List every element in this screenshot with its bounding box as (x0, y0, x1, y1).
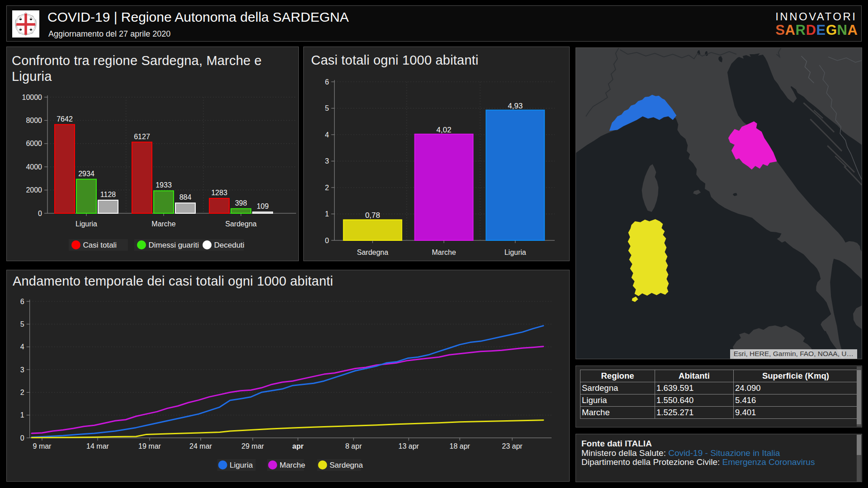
svg-text:1: 1 (20, 411, 24, 419)
svg-text:1933: 1933 (156, 181, 172, 189)
svg-text:398: 398 (235, 199, 247, 207)
svg-text:Liguria: Liguria (505, 249, 526, 256)
svg-text:1: 1 (325, 210, 329, 218)
svg-text:5: 5 (325, 104, 329, 112)
svg-text:19 mar: 19 mar (138, 442, 161, 450)
svg-text:0,78: 0,78 (365, 211, 380, 220)
svg-text:1283: 1283 (211, 189, 227, 197)
svg-text:3: 3 (325, 157, 329, 165)
svg-text:Sardegna: Sardegna (357, 249, 388, 256)
svg-text:4: 4 (20, 343, 24, 351)
svg-text:Dimessi guariti: Dimessi guariti (149, 241, 199, 249)
svg-text:Liguria: Liguria (230, 461, 253, 469)
svg-text:apr: apr (292, 442, 304, 450)
svg-text:Marche: Marche (151, 220, 175, 228)
svg-text:7642: 7642 (57, 115, 73, 123)
svg-text:6: 6 (325, 78, 329, 86)
svg-text:18 apr: 18 apr (449, 442, 470, 450)
svg-text:5: 5 (20, 320, 24, 328)
svg-text:8 apr: 8 apr (345, 442, 362, 450)
svg-text:Sardegna: Sardegna (330, 461, 363, 469)
svg-text:6000: 6000 (26, 140, 42, 147)
svg-text:0: 0 (20, 434, 24, 442)
svg-text:10000: 10000 (22, 94, 42, 101)
svg-text:2: 2 (325, 184, 329, 192)
svg-text:29 mar: 29 mar (241, 442, 264, 450)
svg-text:9 mar: 9 mar (33, 442, 52, 450)
svg-text:24 mar: 24 mar (189, 442, 212, 450)
svg-text:8000: 8000 (26, 117, 42, 124)
svg-text:2934: 2934 (78, 170, 94, 178)
svg-text:Deceduti: Deceduti (214, 241, 245, 249)
svg-text:Liguria: Liguria (75, 220, 97, 228)
svg-text:4,93: 4,93 (508, 102, 523, 110)
svg-text:2000: 2000 (26, 186, 42, 194)
svg-text:Marche: Marche (432, 249, 456, 256)
svg-text:884: 884 (179, 193, 192, 201)
svg-text:Sardegna: Sardegna (225, 220, 256, 228)
svg-text:4: 4 (325, 131, 329, 139)
svg-text:3: 3 (20, 366, 24, 374)
svg-text:13 apr: 13 apr (398, 442, 419, 450)
svg-text:4000: 4000 (26, 163, 42, 171)
svg-text:Marche: Marche (280, 461, 306, 469)
svg-text:23 apr: 23 apr (502, 442, 523, 450)
svg-text:14 mar: 14 mar (86, 442, 109, 450)
svg-text:Casi totali: Casi totali (83, 241, 117, 249)
svg-text:0: 0 (325, 237, 329, 244)
svg-text:4,02: 4,02 (436, 126, 451, 134)
svg-text:1128: 1128 (100, 191, 116, 198)
svg-text:109: 109 (257, 202, 269, 210)
svg-text:0: 0 (38, 210, 42, 217)
svg-text:2: 2 (20, 389, 24, 396)
svg-text:6127: 6127 (134, 133, 150, 141)
svg-text:6: 6 (20, 298, 24, 305)
